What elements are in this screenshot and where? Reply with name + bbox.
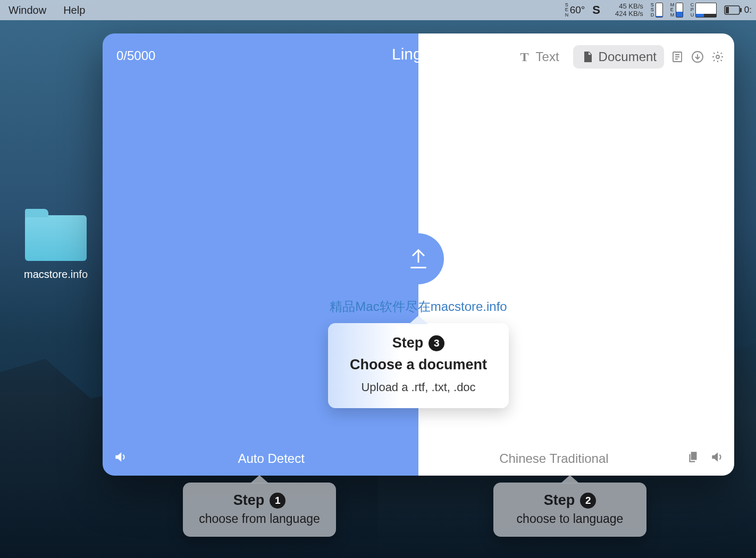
target-pane: T Text Document <box>418 33 734 476</box>
text-icon: T <box>518 50 532 64</box>
svg-rect-2 <box>726 7 729 13</box>
source-lang-bar: Auto Detect <box>113 450 406 467</box>
step-badge-2: 2 <box>580 493 596 509</box>
mem-meter[interactable]: MEM <box>670 3 683 18</box>
svg-rect-1 <box>740 8 742 12</box>
char-counter: 0/5000 <box>116 48 155 63</box>
tooltip-step-2: Step 2 choose to language <box>493 483 646 537</box>
document-icon <box>581 50 594 64</box>
folder-icon <box>25 215 87 261</box>
cpu-meter[interactable]: CPU <box>691 3 717 18</box>
to-language-selector[interactable]: Chinese Traditional <box>431 451 677 466</box>
svg-point-5 <box>716 55 719 58</box>
desktop-folder[interactable]: macstore.info <box>16 215 96 281</box>
copy-icon[interactable] <box>686 450 700 467</box>
header-controls: T Text Document <box>510 45 725 69</box>
sensor-temp[interactable]: SEN 60° <box>565 3 585 18</box>
history-icon[interactable] <box>670 50 684 64</box>
upload-icon <box>407 247 430 270</box>
tooltip-subtitle: Upload a .rtf, .txt, .doc <box>338 381 499 394</box>
watermark-text: 精品Mac软件尽在macstore.info <box>330 298 507 315</box>
tooltip-title: Choose a document <box>338 357 499 373</box>
mode-document-button[interactable]: Document <box>573 45 664 69</box>
step-badge-3: 3 <box>429 335 444 351</box>
mode-text-button[interactable]: T Text <box>510 45 567 69</box>
source-pane[interactable]: 0/5000 <box>103 33 418 476</box>
gear-icon[interactable] <box>711 50 725 64</box>
app-title: Linguist <box>392 45 445 63</box>
network-speed[interactable]: 45 KB/s 424 KB/s <box>615 3 643 18</box>
menu-window[interactable]: Window <box>9 4 46 16</box>
linguist-window: 0/5000 T Text Document <box>103 33 734 476</box>
target-lang-bar: Chinese Traditional <box>431 450 724 467</box>
upload-button[interactable] <box>393 233 444 284</box>
from-language-selector[interactable]: Auto Detect <box>137 451 406 466</box>
speaker-icon[interactable] <box>710 450 724 467</box>
folder-label: macstore.info <box>16 268 96 281</box>
speaker-icon[interactable] <box>113 450 127 467</box>
tooltip-step-3: Step 3 Choose a document Upload a .rtf, … <box>328 323 509 408</box>
step-badge-1: 1 <box>270 493 285 509</box>
download-icon[interactable] <box>691 50 704 64</box>
macos-menu-bar: Window Help SEN 60° S 45 KB/s 424 KB/s S… <box>0 0 756 20</box>
s-icon[interactable]: S <box>592 3 600 17</box>
ssd-meter[interactable]: SSD <box>651 3 663 18</box>
menu-help[interactable]: Help <box>63 4 85 16</box>
battery-icon[interactable]: 0: <box>724 5 752 15</box>
tooltip-step-1: Step 1 choose from language <box>183 483 336 537</box>
